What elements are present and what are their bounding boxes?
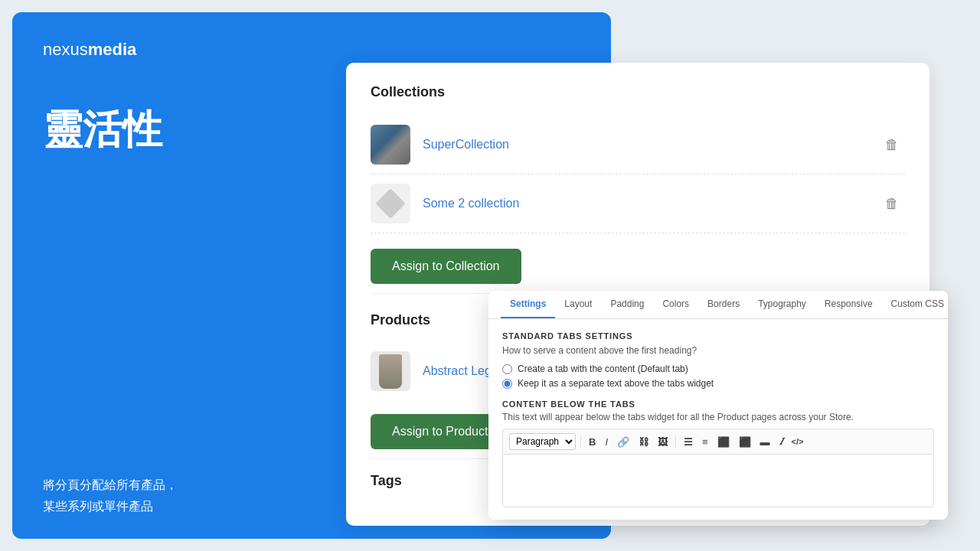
tab-settings[interactable]: Settings	[501, 291, 555, 318]
tab-layout[interactable]: Layout	[555, 291, 601, 318]
format-italic-button[interactable]: 𝐼	[776, 434, 786, 449]
collections-title: Collections	[371, 84, 905, 100]
assign-to-collection-button[interactable]: Assign to Collection	[371, 249, 521, 284]
radio-option-1[interactable]: Create a tab with the content (Default t…	[502, 364, 934, 374]
radio-option-2[interactable]: Keep it as a separate text above the tab…	[502, 378, 934, 389]
chain-button[interactable]: ⛓	[635, 435, 652, 449]
collection-name-2: Some 2 collection	[423, 197, 879, 210]
content-below-desc: This text will appear below the tabs wid…	[502, 412, 934, 422]
diamond-thumbnail	[371, 184, 410, 223]
tab-responsive[interactable]: Responsive	[815, 291, 882, 318]
collection-thumb-2	[371, 184, 410, 223]
standard-tabs-label: STANDARD TABS SETTINGS	[502, 331, 934, 341]
tab-colors[interactable]: Colors	[653, 291, 698, 318]
toolbar-divider-2	[675, 435, 676, 448]
tab-borders[interactable]: Borders	[698, 291, 749, 318]
settings-overlay-panel: Settings Layout Padding Colors Borders T…	[488, 291, 948, 520]
editor-toolbar: Paragraph B I 🔗 ⛓ 🖼 ☰ ≡ ⬛ ⬛ ▬ 𝐼 </>	[502, 429, 934, 454]
content-below-label: CONTENT BELOW THE TABS	[502, 399, 934, 409]
editor-content-area[interactable]	[502, 454, 934, 507]
collection-item-1: SuperCollection 🗑	[371, 116, 905, 174]
paragraph-select[interactable]: Paragraph	[509, 433, 576, 450]
bold-button[interactable]: B	[586, 435, 599, 449]
collections-section: Collections SuperCollection 🗑 Some 2 col…	[371, 84, 905, 287]
collection-thumb-1	[371, 125, 410, 165]
radio-default-tab[interactable]	[502, 364, 512, 374]
toolbar-divider-1	[580, 435, 581, 448]
tab-custom-css[interactable]: Custom CSS	[882, 291, 948, 318]
align-right-button[interactable]: ▬	[757, 435, 773, 449]
list-ordered-button[interactable]: ≡	[699, 435, 711, 449]
list-unordered-button[interactable]: ☰	[681, 435, 696, 449]
collection-name-1: SuperCollection	[423, 138, 879, 152]
tab-padding[interactable]: Padding	[601, 291, 653, 318]
align-left-button[interactable]: ⬛	[714, 435, 733, 449]
standard-tabs-desc: How to serve a content above the first h…	[502, 345, 934, 356]
delete-collection-1-button[interactable]: 🗑	[879, 134, 905, 156]
diamond-shape-icon	[375, 188, 406, 219]
code-button[interactable]: </>	[789, 435, 807, 448]
product-silhouette-icon	[379, 354, 402, 389]
product-thumb-1	[371, 351, 410, 391]
align-center-button[interactable]: ⬛	[736, 435, 754, 449]
settings-body: STANDARD TABS SETTINGS How to serve a co…	[488, 319, 948, 520]
collection-item-2: Some 2 collection 🗑	[371, 174, 905, 233]
tab-typography[interactable]: Typography	[749, 291, 815, 318]
radio-separate-text[interactable]	[502, 379, 512, 389]
landscape-thumbnail	[371, 125, 410, 165]
delete-collection-2-button[interactable]: 🗑	[879, 193, 905, 215]
link-button[interactable]: 🔗	[614, 435, 632, 449]
brand-logo: nexusmedia	[43, 40, 580, 60]
settings-tabs-row: Settings Layout Padding Colors Borders T…	[488, 291, 948, 319]
image-button[interactable]: 🖼	[655, 435, 671, 449]
italic-button[interactable]: I	[602, 435, 611, 449]
